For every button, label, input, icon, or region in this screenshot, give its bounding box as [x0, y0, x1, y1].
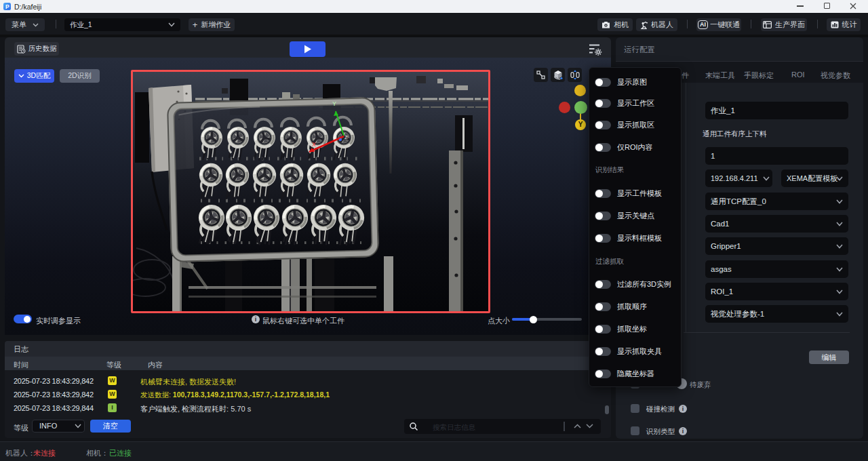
- svg-text:Z: Z: [344, 134, 348, 140]
- svg-text:X: X: [312, 141, 316, 148]
- svg-text:Y: Y: [332, 100, 336, 107]
